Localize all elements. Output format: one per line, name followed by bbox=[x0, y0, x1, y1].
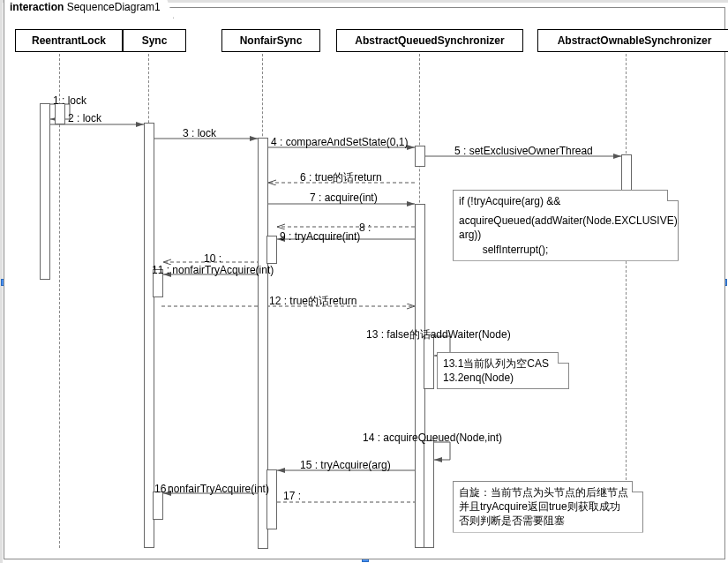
msg-11[interactable]: 11 : nonfairTryAcquire(int) bbox=[152, 264, 274, 276]
msg-2[interactable]: 2 : lock bbox=[68, 112, 101, 124]
lifeline-head-aos[interactable]: AbstractOwnableSynchronizer bbox=[537, 29, 728, 52]
msg-16[interactable]: nonfairTryAcquire(int) bbox=[168, 483, 269, 495]
msg-10[interactable]: 10 : bbox=[204, 252, 221, 265]
lifeline-head-sync[interactable]: Sync bbox=[123, 29, 186, 52]
activation-nonfairsync-tryacq1 bbox=[266, 236, 277, 264]
msg-3[interactable]: 3 : lock bbox=[183, 127, 216, 139]
msg-9[interactable]: 9 : tryAcquire(int) bbox=[280, 230, 360, 243]
msg-1[interactable]: 1 : lock bbox=[53, 94, 86, 107]
msg-6[interactable]: 6 : true的话return bbox=[300, 170, 382, 185]
activation-nonfairsync-tryacq2 bbox=[266, 469, 277, 529]
msg-15[interactable]: 15 : tryAcquire(arg) bbox=[300, 459, 391, 471]
interaction-frame[interactable]: interaction SequenceDiagram1 ReentrantLo… bbox=[4, 7, 725, 559]
frame-keyword: interaction bbox=[10, 1, 64, 13]
msg-4[interactable]: 4 : compareAndSetState(0,1) bbox=[271, 136, 408, 148]
note-addwaiter[interactable]: 13.1当前队列为空CAS 13.2enq(Node) bbox=[437, 352, 569, 389]
msg-8[interactable]: 8 : bbox=[359, 221, 371, 234]
note-line: if (!tryAcquire(arg) && bbox=[459, 194, 672, 208]
msg-17[interactable]: 17 : bbox=[283, 490, 301, 502]
msg-5[interactable]: 5 : setExclusiveOwnerThread bbox=[454, 145, 593, 157]
activation-sync-nftry2 bbox=[153, 492, 163, 520]
note-line: 13.1当前队列为空CAS bbox=[443, 357, 563, 371]
note-line: 并且tryAcquire返回true则获取成功 bbox=[459, 499, 637, 514]
note-fold-icon bbox=[667, 190, 679, 201]
note-line: 13.2enq(Node) bbox=[443, 371, 563, 385]
activation-aqs-addwaiter bbox=[424, 334, 434, 389]
message-wires bbox=[4, 8, 724, 559]
msg-7[interactable]: 7 : acquire(int) bbox=[310, 191, 378, 204]
note-spin[interactable]: 自旋：当前节点为头节点的后继节点 并且tryAcquire返回true则获取成功… bbox=[453, 481, 643, 533]
canvas[interactable]: interaction SequenceDiagram1 ReentrantLo… bbox=[4, 4, 724, 559]
lifeline-reentrantlock bbox=[59, 54, 60, 548]
lifeline-head-reentrantlock[interactable]: ReentrantLock bbox=[15, 29, 123, 52]
note-line: acquireQueued(addWaiter(Node.EXCLUSIVE), bbox=[459, 214, 672, 228]
activation-sync bbox=[144, 123, 154, 548]
note-line: selfInterrupt(); bbox=[459, 243, 672, 257]
frame-label: interaction SequenceDiagram1 bbox=[4, 0, 174, 19]
lifeline-head-aqs[interactable]: AbstractQueuedSynchronizer bbox=[336, 29, 523, 52]
lifeline-aos bbox=[626, 54, 627, 484]
msg-12[interactable]: 12 : true的话return bbox=[269, 294, 356, 309]
msg-14[interactable]: 14 : acquireQueued(Node,int) bbox=[363, 432, 502, 444]
activation-aqs-acqqueued bbox=[424, 440, 434, 548]
note-acquire-body[interactable]: if (!tryAcquire(arg) && acquireQueued(ad… bbox=[453, 190, 679, 261]
diagram-editor-viewport: interaction SequenceDiagram1 ReentrantLo… bbox=[0, 0, 728, 563]
note-line: arg)) bbox=[459, 228, 672, 242]
activation-aqs-cas bbox=[415, 146, 425, 167]
note-fold-icon bbox=[558, 352, 569, 364]
activation-reentrantlock-outer bbox=[40, 103, 50, 280]
note-line: 否则判断是否需要阻塞 bbox=[459, 514, 637, 528]
note-fold-icon bbox=[632, 481, 643, 492]
msg-13[interactable]: 13 : false的话addWaiter(Node) bbox=[366, 327, 511, 342]
note-line: 自旋：当前节点为头节点的后继节点 bbox=[459, 485, 637, 499]
frame-title: SequenceDiagram1 bbox=[67, 1, 161, 13]
lifeline-head-nonfairsync[interactable]: NonfairSync bbox=[221, 29, 320, 52]
